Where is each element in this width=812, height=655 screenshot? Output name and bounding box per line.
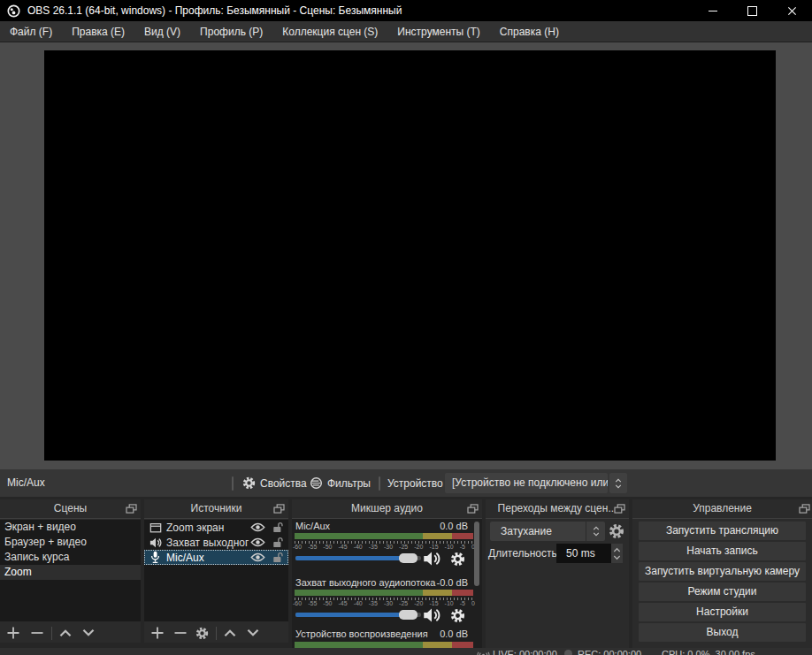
source-item[interactable]: Захват выходног — [144, 535, 288, 550]
device-combobox[interactable]: [Устройство не подключено или не — [445, 473, 608, 493]
volume-slider-handle[interactable] — [399, 553, 417, 563]
visibility-eye-icon[interactable] — [250, 522, 265, 532]
mixer-body: Mic/Aux 0.0 dB -60-55-50-45-40-35-30-25-… — [292, 519, 482, 648]
meter-scale: -60-55-50-45-40-35-30-25-20-15-10-50 — [293, 544, 475, 550]
minimize-button[interactable] — [693, 0, 732, 21]
lock-open-icon[interactable] — [272, 537, 283, 548]
start-virtual-camera-button[interactable]: Запустить виртуальную камеру — [639, 562, 806, 581]
volume-meter — [295, 642, 473, 648]
start-recording-button[interactable]: Начать запись — [639, 542, 806, 560]
recording-indicator-dot — [564, 650, 572, 655]
mixer-channel-name: Mic/Aux — [295, 521, 330, 531]
obs-logo-icon — [7, 4, 20, 18]
lock-open-icon[interactable] — [272, 552, 283, 563]
controls-dock: Управление Запустить трансляцию Начать з… — [632, 499, 812, 648]
remove-source-button[interactable] — [173, 626, 188, 640]
remove-scene-button[interactable] — [30, 626, 44, 640]
transition-combo-spinner[interactable] — [586, 522, 605, 541]
dock-float-icon[interactable] — [126, 504, 137, 514]
start-streaming-button[interactable]: Запустить трансляцию — [639, 522, 806, 540]
device-combo-spinner[interactable] — [609, 473, 627, 493]
mixer-channel-name: Устройство воспроизведения — [295, 628, 428, 639]
menu-help[interactable]: Справка (H) — [490, 22, 569, 42]
scene-item[interactable]: Экран + видео — [0, 520, 141, 535]
window-icon — [149, 522, 162, 534]
minimize-icon — [709, 11, 717, 11]
filter-icon — [310, 476, 323, 490]
window-title: OBS 26.1.1 (64-bit, windows) - Профиль: … — [27, 4, 402, 17]
chevron-up-icon — [593, 526, 600, 530]
exit-button[interactable]: Выход — [639, 623, 806, 642]
chevron-up-icon — [615, 478, 622, 483]
context-source-label: Mic/Aux — [7, 469, 45, 497]
menu-edit[interactable]: Правка (E) — [62, 22, 134, 42]
menu-scene-collection[interactable]: Коллекция сцен (S) — [272, 22, 387, 42]
titlebar: OBS 26.1.1 (64-bit, windows) - Профиль: … — [0, 0, 812, 21]
volume-slider[interactable] — [295, 613, 421, 617]
properties-label: Свойства — [260, 477, 307, 490]
add-source-button[interactable] — [150, 626, 165, 640]
maximize-button[interactable] — [732, 0, 772, 21]
dock-float-icon[interactable] — [614, 504, 625, 514]
source-name: Mic/Aux — [166, 552, 250, 564]
duration-spinner[interactable] — [611, 544, 623, 563]
source-name: Zoom экран — [166, 522, 250, 534]
menu-profile[interactable]: Профиль (P) — [190, 22, 272, 42]
dock-float-icon[interactable] — [273, 504, 285, 514]
menu-file[interactable]: Файл (F) — [0, 22, 62, 42]
source-item-selected[interactable]: Mic/Aux — [144, 550, 288, 565]
status-stats: CPU: 0.0%, 30.00 fps — [662, 649, 755, 655]
properties-button[interactable]: Свойства — [242, 469, 307, 497]
volume-meter — [295, 590, 473, 596]
menubar: Файл (F) Правка (E) Вид (V) Профиль (P) … — [0, 21, 812, 42]
transition-gear-icon[interactable] — [609, 523, 624, 539]
visibility-eye-icon[interactable] — [250, 552, 265, 562]
source-properties-gear-icon[interactable] — [195, 627, 209, 640]
channel-gear-icon[interactable] — [450, 552, 465, 567]
mute-speaker-icon[interactable] — [423, 606, 440, 624]
obs-window: OBS 26.1.1 (64-bit, windows) - Профиль: … — [0, 0, 812, 655]
lock-open-icon[interactable] — [272, 522, 283, 533]
settings-button[interactable]: Настройки — [639, 603, 806, 621]
dock-float-icon[interactable] — [467, 504, 479, 514]
volume-slider-handle[interactable] — [399, 610, 417, 620]
close-button[interactable] — [772, 0, 812, 21]
volume-slider[interactable] — [295, 556, 421, 560]
visibility-eye-icon[interactable] — [250, 537, 265, 547]
mute-speaker-icon[interactable] — [423, 550, 440, 567]
workspace — [0, 42, 812, 469]
studio-mode-button[interactable]: Режим студии — [639, 583, 806, 601]
transitions-dock: Переходы между сцен... Затухание Длитель… — [486, 499, 629, 648]
preview-canvas[interactable] — [44, 50, 776, 461]
speaker-icon — [149, 537, 162, 549]
source-item[interactable]: Zoom экран — [144, 520, 288, 535]
add-scene-button[interactable] — [6, 626, 20, 640]
filters-button[interactable]: Фильтры — [310, 469, 371, 497]
network-signal-icon — [477, 649, 490, 655]
dock-float-icon[interactable] — [799, 504, 810, 514]
chevron-down-icon — [613, 555, 621, 560]
scene-item[interactable]: Браузер + видео — [0, 535, 141, 550]
mic-icon — [149, 551, 161, 564]
move-scene-up-button[interactable] — [58, 628, 73, 637]
status-rec: REC: 00:00:00 — [578, 649, 641, 655]
mixer-dock-title: Микшер аудио — [292, 499, 482, 519]
scene-item[interactable]: Запись курса — [0, 550, 141, 565]
mixer-channel-name: Захват выходного аудиопотока — [295, 577, 435, 588]
move-scene-down-button[interactable] — [81, 628, 96, 637]
transition-combobox[interactable]: Затухание — [490, 522, 586, 541]
mixer-scrollbar[interactable] — [474, 522, 479, 586]
menu-view[interactable]: Вид (V) — [134, 22, 190, 42]
sources-dock-title: Источники — [144, 499, 288, 519]
channel-gear-icon[interactable] — [450, 608, 465, 623]
maximize-icon — [747, 6, 757, 16]
chevron-down-icon — [615, 484, 622, 489]
duration-spinbox[interactable]: 50 ms — [556, 544, 611, 563]
move-source-up-button[interactable] — [223, 628, 237, 637]
scene-item-selected[interactable]: Zoom — [0, 565, 141, 580]
separator — [379, 476, 380, 491]
mixer-channel-level: 0.0 dB — [440, 628, 468, 639]
chevron-down-icon — [593, 532, 600, 537]
move-source-down-button[interactable] — [246, 628, 260, 637]
menu-tools[interactable]: Инструменты (T) — [387, 22, 489, 42]
